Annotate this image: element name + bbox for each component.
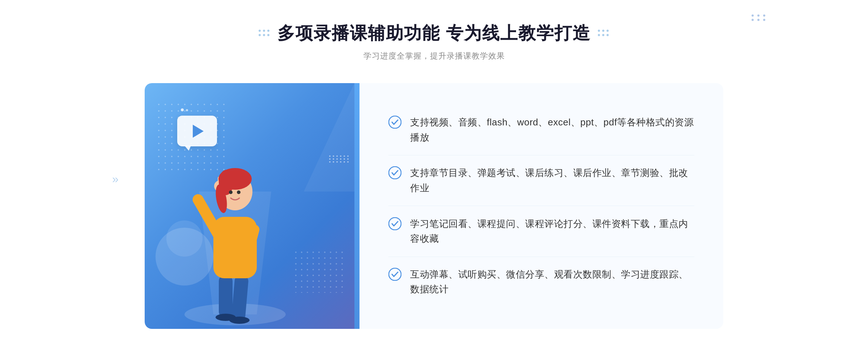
check-icon-1 <box>388 116 401 129</box>
svg-point-5 <box>229 317 250 324</box>
main-content: 支持视频、音频、flash、word、excel、ppt、pdf等各种格式的资源… <box>145 83 723 329</box>
feature-text-1: 支持视频、音频、flash、word、excel、ppt、pdf等各种格式的资源… <box>410 115 694 145</box>
feature-item-2: 支持章节目录、弹题考试、课后练习、课后作业、章节测验、批改作业 <box>388 155 694 206</box>
feature-text-3: 学习笔记回看、课程提问、课程评论打分、课件资料下载，重点内容收藏 <box>410 216 694 246</box>
left-illustration-panel <box>145 83 354 329</box>
feature-item-1: 支持视频、音频、flash、word、excel、ppt、pdf等各种格式的资源… <box>388 105 694 155</box>
feature-item-3: 学习笔记回看、课程提问、课程评论打分、课件资料下载，重点内容收藏 <box>388 206 694 257</box>
page-right-dots <box>752 14 767 21</box>
svg-point-21 <box>389 167 401 179</box>
title-left-dots <box>259 30 270 37</box>
page-title: 多项录播课辅助功能 专为线上教学打造 <box>277 22 590 45</box>
feature-item-4: 互动弹幕、试听购买、微信分享、观看次数限制、学习进度跟踪、数据统计 <box>388 257 694 307</box>
page-subtitle: 学习进度全掌握，提升录播课教学效果 <box>363 51 505 61</box>
title-right-dots <box>598 30 609 37</box>
svg-point-17 <box>229 190 233 194</box>
svg-rect-2 <box>219 275 233 318</box>
check-icon-4 <box>388 268 401 281</box>
check-icon-2 <box>388 166 401 179</box>
page-container: » 多项录播课辅助功能 专为线上教学打造 学习进度全掌握，提升录播课教学效果 <box>0 0 868 352</box>
blue-divider <box>354 83 359 329</box>
svg-marker-19 <box>304 83 354 192</box>
page-left-chevrons: » <box>112 172 119 186</box>
svg-point-22 <box>389 218 401 230</box>
check-icon-3 <box>388 217 401 230</box>
svg-point-18 <box>237 190 241 194</box>
header-section: 多项录播课辅助功能 专为线上教学打造 学习进度全掌握，提升录播课教学效果 <box>259 22 609 61</box>
right-features-panel: 支持视频、音频、flash、word、excel、ppt、pdf等各种格式的资源… <box>359 83 723 329</box>
title-row: 多项录播课辅助功能 专为线上教学打造 <box>259 22 609 45</box>
svg-point-20 <box>389 116 401 128</box>
svg-point-23 <box>389 268 401 280</box>
feature-text-4: 互动弹幕、试听购买、微信分享、观看次数限制、学习进度跟踪、数据统计 <box>410 267 694 297</box>
feature-text-2: 支持章节目录、弹题考试、课后练习、课后作业、章节测验、批改作业 <box>410 166 694 196</box>
